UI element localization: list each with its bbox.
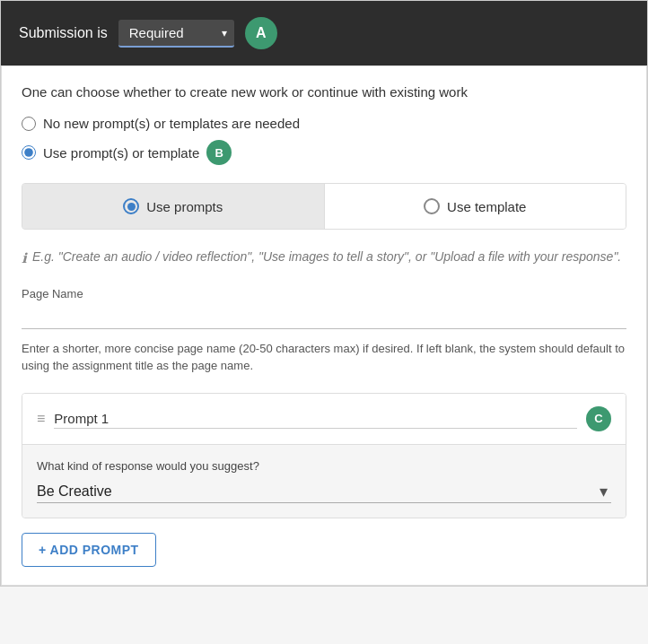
description-text: One can choose whether to create new wor…: [22, 84, 626, 100]
page-name-input[interactable]: [22, 306, 626, 329]
tab-use-template[interactable]: Use template: [325, 184, 626, 229]
tab-use-template-label: Use template: [447, 199, 526, 214]
page-name-label: Page Name: [22, 287, 626, 300]
radio-no-new-input[interactable]: [22, 117, 36, 131]
radio-group: No new prompt(s) or templates are needed…: [22, 116, 626, 165]
submission-label: Submission is: [19, 25, 108, 41]
info-text: E.g. "Create an audio / video reflection…: [32, 248, 621, 266]
tab-use-prompts-label: Use prompts: [146, 199, 223, 214]
header-bar: Submission is Required Optional Not Requ…: [1, 1, 647, 65]
required-dropdown-wrapper[interactable]: Required Optional Not Required ▾: [118, 20, 234, 48]
drag-handle-icon[interactable]: ≡: [37, 411, 45, 427]
response-select-wrapper[interactable]: Be Creative Written Audio Video Image Fi…: [37, 480, 611, 503]
tab-use-prompts-radio: [123, 198, 139, 214]
radio-no-new-label: No new prompt(s) or templates are needed: [43, 116, 300, 131]
prompt-card: ≡ C What kind of response would you sugg…: [22, 393, 626, 518]
prompt-field-label: What kind of response would you suggest?: [37, 459, 611, 473]
tab-use-template-radio: [424, 198, 440, 214]
page-name-description: Enter a shorter, more concise page name …: [22, 340, 626, 375]
radio-use-prompts-row: Use prompt(s) or template B: [22, 140, 626, 165]
avatar-c[interactable]: C: [586, 406, 611, 431]
tab-use-prompts[interactable]: Use prompts: [22, 184, 324, 229]
info-icon: ℹ: [22, 248, 27, 269]
prompt-body: What kind of response would you suggest?…: [22, 445, 626, 518]
avatar-a[interactable]: A: [245, 17, 277, 49]
required-dropdown[interactable]: Required Optional Not Required: [118, 20, 234, 48]
prompt-title-input[interactable]: [54, 409, 577, 429]
info-section: ℹ E.g. "Create an audio / video reflecti…: [22, 248, 626, 269]
prompt-header: ≡ C: [22, 394, 626, 445]
app-container: Submission is Required Optional Not Requ…: [0, 0, 648, 587]
radio-use-prompts[interactable]: Use prompt(s) or template: [22, 145, 199, 161]
radio-use-prompts-label: Use prompt(s) or template: [43, 145, 199, 161]
main-content: One can choose whether to create new wor…: [1, 65, 647, 586]
response-select[interactable]: Be Creative Written Audio Video Image Fi…: [37, 480, 611, 503]
radio-no-new[interactable]: No new prompt(s) or templates are needed: [22, 116, 626, 131]
toggle-tabs: Use prompts Use template: [22, 183, 626, 230]
add-prompt-button[interactable]: + ADD PROMPT: [22, 533, 156, 567]
avatar-b[interactable]: B: [206, 140, 232, 165]
radio-use-prompts-input[interactable]: [22, 145, 36, 160]
